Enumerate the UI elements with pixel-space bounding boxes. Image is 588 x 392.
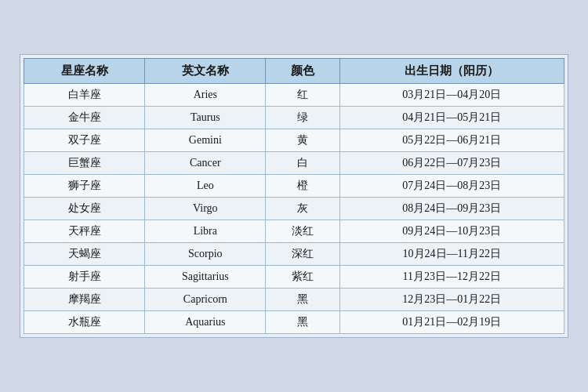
cell-english-name: Capricorn	[145, 289, 266, 311]
cell-chinese-name: 天秤座	[24, 220, 145, 243]
zodiac-table-container: 星座名称 英文名称 颜色 出生日期（阳历） 白羊座Aries红03月21日—04…	[20, 54, 568, 338]
table-row: 天蝎座Scorpio深红10月24日—11月22日	[24, 243, 564, 266]
cell-chinese-name: 双子座	[24, 129, 145, 152]
cell-dates: 04月21日—05月21日	[339, 107, 564, 129]
cell-color: 黄	[266, 129, 339, 152]
cell-dates: 12月23日—01月22日	[339, 289, 564, 311]
cell-color: 橙	[266, 175, 339, 198]
cell-chinese-name: 金牛座	[24, 107, 145, 129]
cell-color: 黑	[266, 311, 339, 334]
cell-chinese-name: 摩羯座	[24, 289, 145, 311]
cell-color: 淡红	[266, 220, 339, 243]
header-chinese-name: 星座名称	[24, 59, 145, 84]
cell-chinese-name: 射手座	[24, 266, 145, 289]
zodiac-table: 星座名称 英文名称 颜色 出生日期（阳历） 白羊座Aries红03月21日—04…	[24, 58, 564, 334]
cell-color: 绿	[266, 107, 339, 129]
cell-english-name: Aries	[145, 84, 266, 107]
cell-english-name: Sagittarius	[145, 266, 266, 289]
table-row: 摩羯座Capricorn黑12月23日—01月22日	[24, 289, 564, 311]
cell-english-name: Leo	[145, 175, 266, 198]
cell-color: 灰	[266, 198, 339, 220]
table-row: 双子座Gemini黄05月22日—06月21日	[24, 129, 564, 152]
table-header-row: 星座名称 英文名称 颜色 出生日期（阳历）	[24, 59, 564, 84]
table-row: 射手座Sagittarius紫红11月23日—12月22日	[24, 266, 564, 289]
cell-english-name: Aquarius	[145, 311, 266, 334]
cell-chinese-name: 狮子座	[24, 175, 145, 198]
cell-english-name: Taurus	[145, 107, 266, 129]
cell-dates: 06月22日—07月23日	[339, 152, 564, 175]
cell-dates: 08月24日—09月23日	[339, 198, 564, 220]
cell-dates: 10月24日—11月22日	[339, 243, 564, 266]
cell-chinese-name: 巨蟹座	[24, 152, 145, 175]
cell-dates: 03月21日—04月20日	[339, 84, 564, 107]
cell-english-name: Scorpio	[145, 243, 266, 266]
cell-chinese-name: 天蝎座	[24, 243, 145, 266]
cell-chinese-name: 处女座	[24, 198, 145, 220]
cell-color: 黑	[266, 289, 339, 311]
header-dates: 出生日期（阳历）	[339, 59, 564, 84]
cell-english-name: Libra	[145, 220, 266, 243]
table-row: 处女座Virgo灰08月24日—09月23日	[24, 198, 564, 220]
cell-color: 深红	[266, 243, 339, 266]
cell-dates: 05月22日—06月21日	[339, 129, 564, 152]
cell-color: 紫红	[266, 266, 339, 289]
table-row: 水瓶座Aquarius黑01月21日—02月19日	[24, 311, 564, 334]
cell-dates: 09月24日—10月23日	[339, 220, 564, 243]
cell-english-name: Cancer	[145, 152, 266, 175]
header-english-name: 英文名称	[145, 59, 266, 84]
table-body: 白羊座Aries红03月21日—04月20日金牛座Taurus绿04月21日—0…	[24, 84, 564, 334]
table-row: 白羊座Aries红03月21日—04月20日	[24, 84, 564, 107]
cell-dates: 01月21日—02月19日	[339, 311, 564, 334]
table-row: 巨蟹座Cancer白06月22日—07月23日	[24, 152, 564, 175]
table-row: 狮子座Leo橙07月24日—08月23日	[24, 175, 564, 198]
cell-color: 红	[266, 84, 339, 107]
table-row: 天秤座Libra淡红09月24日—10月23日	[24, 220, 564, 243]
cell-english-name: Gemini	[145, 129, 266, 152]
cell-dates: 07月24日—08月23日	[339, 175, 564, 198]
cell-english-name: Virgo	[145, 198, 266, 220]
cell-color: 白	[266, 152, 339, 175]
table-row: 金牛座Taurus绿04月21日—05月21日	[24, 107, 564, 129]
header-color: 颜色	[266, 59, 339, 84]
cell-dates: 11月23日—12月22日	[339, 266, 564, 289]
cell-chinese-name: 水瓶座	[24, 311, 145, 334]
cell-chinese-name: 白羊座	[24, 84, 145, 107]
